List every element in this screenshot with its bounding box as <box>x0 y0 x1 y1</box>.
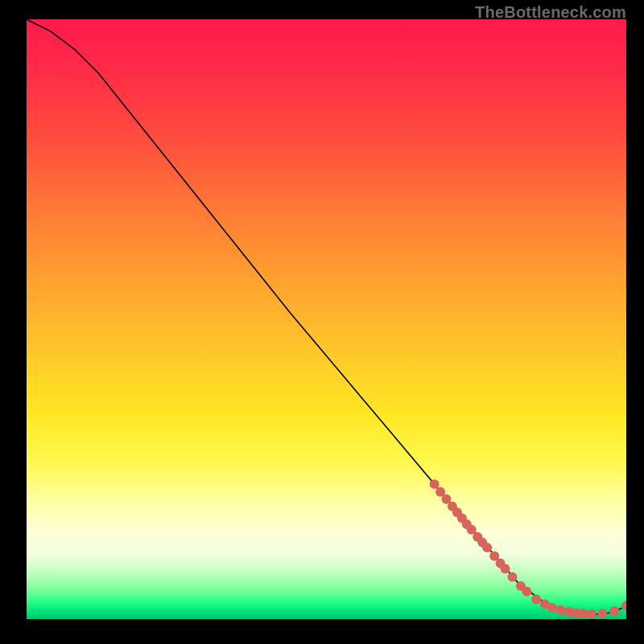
chart-svg <box>27 19 626 619</box>
plot-area <box>27 19 626 619</box>
data-point <box>507 572 517 582</box>
data-point <box>597 609 607 618</box>
data-point <box>430 479 440 489</box>
data-points <box>430 479 626 618</box>
data-point <box>609 606 619 616</box>
data-point <box>522 587 531 597</box>
data-point <box>555 605 565 615</box>
data-point <box>501 564 510 573</box>
data-point <box>482 543 492 552</box>
data-point <box>621 601 626 611</box>
curve-line <box>27 19 626 614</box>
data-point <box>531 594 541 604</box>
data-point <box>578 609 588 618</box>
data-point <box>587 609 597 619</box>
data-point <box>547 603 557 613</box>
chart-frame: TheBottleneck.com <box>0 0 644 644</box>
